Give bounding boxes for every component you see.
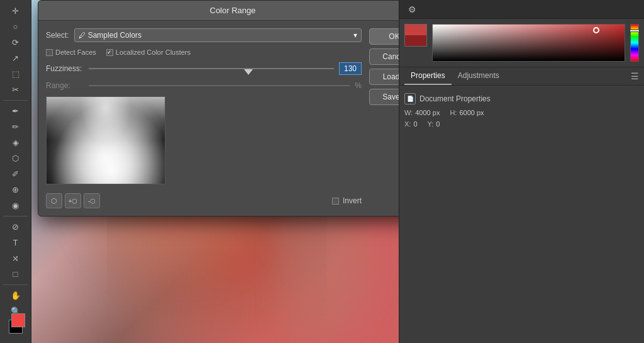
- fuzziness-row: Fuzziness: 130: [46, 62, 362, 75]
- detect-faces-checkbox[interactable]: [46, 49, 53, 56]
- color-gradient[interactable]: [432, 24, 625, 62]
- y-field: Y: 0: [428, 120, 440, 128]
- x-field: X: 0: [404, 120, 418, 128]
- select-row: Select: 🖊 Sampled Colors ▾: [46, 28, 362, 42]
- eyedropper-sample-button[interactable]: ⬡: [46, 193, 62, 208]
- tool-spot-heal[interactable]: ✒: [7, 104, 25, 118]
- tool-shape[interactable]: □: [7, 267, 25, 281]
- h-value: 6000 px: [459, 109, 484, 116]
- dimensions-row: W: 4000 px H: 6000 px: [404, 107, 639, 118]
- ok-button[interactable]: OK: [369, 28, 399, 45]
- eyedrop-row: ⬡ +⬡ -⬡: [46, 193, 100, 208]
- bottom-tools: ⬡ +⬡ -⬡ Invert: [46, 191, 362, 208]
- localized-clusters-option[interactable]: Localized Color Clusters: [106, 48, 191, 56]
- cancel-button[interactable]: Cancel: [369, 48, 399, 65]
- dialog-buttons: OK Cancel Load... Save...: [369, 28, 399, 208]
- settings-icon[interactable]: ⚙: [404, 2, 419, 17]
- localized-clusters-checkbox[interactable]: [106, 49, 113, 56]
- right-panel: ⚙ Properties Adjustments ☰ 📄 Document Pr…: [399, 0, 644, 343]
- dialog-title: Color Range: [38, 1, 399, 21]
- select-dropdown[interactable]: 🖊 Sampled Colors ▾: [74, 28, 362, 42]
- tool-eraser[interactable]: ✐: [7, 167, 25, 181]
- select-label: Select:: [46, 31, 69, 40]
- y-value: 0: [436, 120, 440, 128]
- position-row: X: 0 Y: 0: [404, 118, 639, 130]
- chevron-down-icon: ▾: [353, 31, 357, 40]
- preview-image: [46, 96, 165, 184]
- dialog-main: Select: 🖊 Sampled Colors ▾ Detect Faces: [46, 28, 362, 208]
- tab-properties[interactable]: Properties: [404, 67, 452, 85]
- tool-path[interactable]: ⤨: [7, 251, 25, 266]
- invert-row: Invert: [332, 196, 362, 205]
- tool-hand[interactable]: ✋: [7, 288, 25, 303]
- range-label: Range:: [46, 81, 84, 90]
- foreground-color-swatch[interactable]: [11, 313, 25, 327]
- top-bar: ⚙: [399, 0, 644, 19]
- dialog-body: Select: 🖊 Sampled Colors ▾ Detect Faces: [38, 21, 399, 216]
- color-picker-section: [399, 19, 644, 67]
- height-field: H: 6000 px: [450, 109, 484, 116]
- y-label: Y:: [428, 120, 434, 128]
- range-percent: %: [355, 81, 362, 90]
- tool-stamp[interactable]: ◈: [7, 135, 25, 150]
- tool-type[interactable]: T: [7, 235, 25, 250]
- tool-eyedropper[interactable]: ✂: [7, 82, 25, 97]
- detect-faces-option[interactable]: Detect Faces: [46, 48, 96, 56]
- load-button[interactable]: Load...: [369, 69, 399, 85]
- x-label: X:: [404, 120, 411, 128]
- fuzziness-value[interactable]: 130: [339, 62, 362, 75]
- select-value: Sampled Colors: [88, 31, 142, 40]
- tool-marquee[interactable]: ○: [7, 20, 25, 34]
- tab-adjustments[interactable]: Adjustments: [452, 67, 506, 85]
- tool-gradient[interactable]: ⊕: [7, 183, 25, 197]
- color-range-dialog: Color Range Select: 🖊 Sampled Colors ▾: [38, 0, 399, 216]
- detect-faces-label: Detect Faces: [55, 48, 96, 56]
- panel-menu-icon[interactable]: ☰: [631, 67, 639, 85]
- color-cursor: [593, 27, 599, 33]
- toolbar-separator-3: [3, 284, 28, 285]
- hue-marker: [630, 30, 640, 32]
- tool-pen[interactable]: ⊘: [7, 220, 25, 234]
- invert-checkbox[interactable]: [332, 198, 339, 205]
- tool-brush[interactable]: ✏: [7, 120, 25, 134]
- tool-select[interactable]: ↗: [7, 51, 25, 65]
- properties-tabs: Properties Adjustments ☰: [399, 67, 644, 86]
- width-field: W: 4000 px: [404, 109, 440, 116]
- fuzziness-label: Fuzziness:: [46, 64, 84, 73]
- h-label: H:: [450, 109, 457, 116]
- eyedropper-add-button[interactable]: +⬡: [65, 193, 81, 208]
- tool-lasso[interactable]: ⟳: [7, 35, 25, 50]
- localized-clusters-label: Localized Color Clusters: [116, 48, 191, 56]
- invert-label: Invert: [343, 196, 362, 205]
- tool-history[interactable]: ⬡: [7, 151, 25, 166]
- color-swatches[interactable]: [5, 320, 26, 339]
- color-preview-bottom: [405, 35, 426, 46]
- doc-properties-row: 📄 Document Properties: [404, 91, 639, 107]
- color-preview[interactable]: [404, 24, 427, 47]
- w-value: 4000 px: [415, 109, 440, 116]
- range-slider[interactable]: [89, 85, 350, 86]
- fuzziness-thumb: [244, 69, 253, 75]
- x-value: 0: [413, 120, 417, 128]
- document-icon: 📄: [404, 93, 416, 104]
- hue-strip[interactable]: [630, 24, 639, 62]
- tool-crop[interactable]: ⬚: [7, 67, 25, 81]
- canvas-area: Color Range Select: 🖊 Sampled Colors ▾: [31, 0, 399, 343]
- dialog-title-text: Color Range: [210, 6, 256, 15]
- toolbar-separator-1: [3, 100, 28, 101]
- doc-properties-label: Document Properties: [419, 94, 491, 103]
- range-row: Range: %: [46, 81, 362, 90]
- properties-content: 📄 Document Properties W: 4000 px H: 6000…: [399, 86, 644, 135]
- tool-blur[interactable]: ◉: [7, 198, 25, 213]
- w-label: W:: [404, 109, 413, 116]
- tool-move[interactable]: ✛: [7, 4, 25, 18]
- eyedropper-subtract-button[interactable]: -⬡: [84, 193, 100, 208]
- options-row: Detect Faces Localized Color Clusters: [46, 48, 362, 56]
- color-preview-top: [405, 25, 426, 35]
- save-button[interactable]: Save...: [369, 89, 399, 105]
- toolbar-left: ✛ ○ ⟳ ↗ ⬚ ✂ ✒ ✏ ◈ ⬡ ✐ ⊕ ◉ ⊘ T ⤨ □ ✋ 🔍: [0, 0, 31, 343]
- fuzziness-slider[interactable]: [89, 62, 334, 75]
- toolbar-separator-2: [3, 216, 28, 216]
